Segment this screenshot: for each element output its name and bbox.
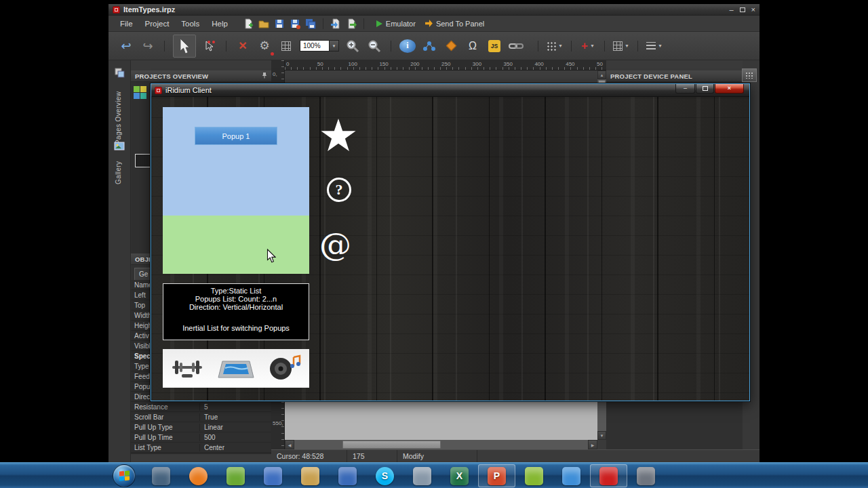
speaker-music-icon[interactable] — [266, 352, 304, 386]
windows-taskbar: SXP — [0, 462, 868, 488]
pin-icon[interactable] — [261, 72, 268, 80]
tab-gallery[interactable]: Gallery — [115, 154, 122, 184]
powerpoint-icon: P — [488, 467, 506, 485]
emulator-button[interactable]: Emulator — [376, 20, 416, 28]
property-row[interactable]: Scroll BarTrue — [131, 412, 271, 422]
taskbar-blue-tool[interactable] — [329, 463, 366, 488]
import-icon[interactable] — [330, 18, 342, 30]
taskbar-media-green[interactable] — [217, 463, 254, 488]
close-button[interactable]: × — [751, 6, 755, 14]
maximize-button[interactable] — [740, 6, 745, 14]
open-folder-icon[interactable] — [258, 18, 270, 30]
zoom-dropdown-arrow[interactable]: ▼ — [330, 40, 339, 52]
star-icon[interactable] — [321, 118, 356, 155]
delete-tool[interactable]: ✕ — [235, 36, 251, 56]
scroll-left-button[interactable]: ◀ — [285, 440, 294, 449]
installer-box-icon — [301, 467, 319, 485]
undo-icon[interactable]: ↩ — [118, 36, 134, 56]
taskbar-photo-viewer[interactable] — [403, 463, 441, 488]
category-icons-list[interactable] — [163, 349, 309, 388]
save-icon[interactable] — [273, 18, 285, 30]
ruler-mark-300: 300 — [473, 61, 481, 67]
question-icon[interactable]: ? — [327, 178, 351, 202]
separator — [637, 41, 638, 52]
macros-omega-icon[interactable]: Ω — [465, 36, 481, 56]
project-pages-icon[interactable] — [134, 86, 147, 100]
taskbar-installer-box[interactable] — [292, 463, 329, 488]
node-select-tool[interactable] — [201, 36, 218, 56]
zoom-out-icon[interactable] — [366, 36, 382, 56]
send-to-panel-label: Send To Panel — [436, 20, 484, 28]
scroll-down-button[interactable]: ▼ — [597, 431, 606, 440]
show-grid-icon[interactable] — [278, 36, 294, 56]
client-titlebar[interactable]: iRidium Client – × — [151, 84, 749, 97]
h-scroll-thumb[interactable] — [342, 441, 441, 449]
property-row[interactable]: Resistance5 — [131, 402, 271, 412]
app-titlebar[interactable]: ItemTypes.irpz – × — [108, 4, 760, 16]
property-row[interactable]: Pull Up TypeLinear — [131, 422, 271, 432]
at-icon[interactable]: @ — [319, 226, 351, 263]
save-as-icon[interactable] — [289, 18, 301, 30]
taskbar-firefox[interactable] — [180, 463, 217, 488]
list-options-dropdown[interactable]: ▼ — [646, 36, 663, 56]
iridium-client-window[interactable]: iRidium Client – × Popup 1 ? @ Typ — [151, 83, 750, 401]
gym-icon[interactable] — [168, 352, 206, 386]
send-to-panel-button[interactable]: Send To Panel — [425, 20, 484, 28]
info-caption: Inertial List for switching Popups — [163, 324, 309, 332]
device-panel-grid-icon[interactable] — [742, 68, 757, 82]
property-value: True — [200, 413, 218, 421]
zoom-select[interactable]: 100% ▼ — [300, 40, 339, 52]
taskbar-network-places[interactable] — [553, 463, 590, 488]
pool-icon[interactable] — [217, 352, 255, 386]
project-info-icon[interactable]: i — [399, 39, 416, 53]
floppy-save-icon — [264, 467, 282, 485]
separator — [164, 41, 165, 52]
start-button[interactable] — [113, 464, 136, 487]
client-maximize-button[interactable] — [696, 84, 714, 94]
taskbar-skype[interactable]: S — [366, 463, 403, 488]
scroll-up-button[interactable]: ▲ — [597, 70, 606, 79]
popup-page-blue[interactable] — [163, 107, 309, 216]
horizontal-scrollbar[interactable]: ◀ ▶ — [285, 440, 597, 449]
select-tool-button[interactable] — [173, 35, 196, 58]
add-item-dropdown[interactable]: +▼ — [580, 36, 596, 56]
grid-options-dropdown[interactable]: ▼ — [613, 36, 629, 56]
settings-gears-icon[interactable]: ⚙ — [256, 36, 273, 56]
align-dots-dropdown[interactable]: ▼ — [547, 36, 563, 56]
taskbar-camera-device[interactable] — [627, 463, 665, 488]
property-row[interactable]: Pull Up Time500 — [131, 432, 271, 443]
popup1-button[interactable]: Popup 1 — [195, 127, 277, 145]
maximize-icon — [740, 7, 745, 12]
taskbar-floppy-save[interactable] — [254, 463, 292, 488]
zoom-in-icon[interactable] — [344, 36, 361, 56]
menu-file[interactable]: File — [114, 18, 139, 30]
new-file-icon[interactable] — [242, 18, 254, 30]
menu-project[interactable]: Project — [139, 18, 176, 30]
popup-list-panel[interactable]: Popup 1 — [163, 107, 309, 274]
scroll-right-button[interactable]: ▶ — [588, 440, 597, 449]
client-close-button[interactable]: × — [715, 84, 744, 94]
save-all-icon[interactable] — [304, 18, 317, 30]
static-list-info[interactable]: Type:Static ListPopups List: Count: 2...… — [163, 283, 309, 340]
taskbar-iridium-client[interactable] — [590, 464, 627, 487]
zoom-value[interactable]: 100% — [300, 40, 330, 52]
redo-icon[interactable]: ↪ — [140, 36, 156, 56]
link-icon[interactable] — [508, 36, 524, 56]
taskbar-powerpoint[interactable]: P — [478, 464, 515, 487]
gallery-tool-icon[interactable] — [443, 36, 459, 56]
popup-page-green[interactable] — [163, 216, 309, 274]
taskbar-excel[interactable]: X — [441, 463, 478, 488]
menu-help[interactable]: Help — [205, 18, 234, 30]
minimize-button[interactable]: – — [729, 6, 733, 14]
client-minimize-button[interactable]: – — [675, 84, 695, 94]
taskbar-desktop-viewer[interactable] — [142, 463, 180, 488]
property-row[interactable]: List TypeCenter — [131, 443, 271, 453]
menubar: FileProjectToolsHelp — [108, 16, 760, 32]
taskbar-sticky-notes[interactable] — [515, 463, 553, 488]
info-line: Direction: Vertical/Horizontal — [163, 303, 309, 311]
relations-icon[interactable] — [421, 36, 437, 56]
scripts-js-icon[interactable]: JS — [486, 36, 502, 56]
menu-tools[interactable]: Tools — [175, 18, 205, 30]
tab-pages-overview[interactable]: Pages Overview — [115, 80, 122, 144]
export-icon[interactable] — [345, 18, 357, 30]
